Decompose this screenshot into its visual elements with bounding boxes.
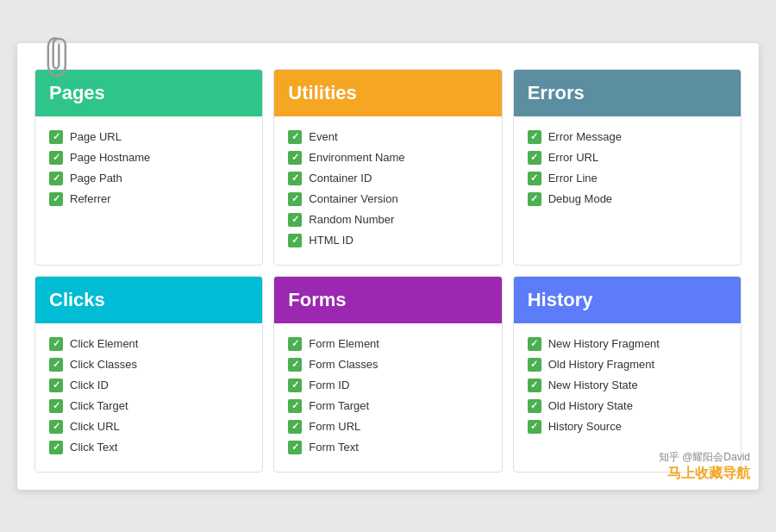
- list-item: Error Message: [528, 127, 727, 147]
- list-item: Page Hostname: [49, 147, 248, 168]
- list-item: Random Number: [288, 210, 487, 230]
- check-icon: [288, 172, 302, 185]
- section-errors: ErrorsError MessageError URLError LineDe…: [513, 69, 742, 266]
- list-item: Error Line: [528, 168, 727, 189]
- check-icon: [49, 441, 63, 454]
- list-item: Form Text: [288, 437, 487, 458]
- list-item: Click ID: [49, 375, 248, 396]
- list-item: Form URL: [288, 416, 487, 437]
- check-icon: [288, 130, 302, 144]
- check-icon: [528, 172, 541, 185]
- check-icon: [288, 337, 302, 351]
- check-icon: [288, 399, 302, 413]
- list-item: Container Version: [288, 189, 487, 210]
- section-body-utilities: EventEnvironment NameContainer IDContain…: [274, 116, 501, 265]
- section-body-clicks: Click ElementClick ClassesClick IDClick …: [35, 323, 262, 472]
- section-header-errors: Errors: [514, 70, 741, 116]
- check-icon: [49, 358, 63, 372]
- check-icon: [49, 379, 63, 392]
- list-item: New History State: [528, 375, 727, 396]
- list-item: Form Target: [288, 396, 487, 416]
- list-item: Click Text: [49, 437, 248, 458]
- check-icon: [49, 420, 63, 434]
- section-header-forms: Forms: [274, 277, 501, 323]
- list-item: Click Element: [49, 334, 248, 354]
- section-header-utilities: Utilities: [274, 70, 501, 116]
- item-label: Page Hostname: [70, 151, 150, 164]
- item-label: Error Message: [548, 130, 622, 143]
- check-icon: [49, 337, 63, 351]
- list-item: New History Fragment: [528, 334, 727, 354]
- list-item: Error URL: [528, 147, 727, 168]
- list-item: Old History State: [528, 396, 727, 416]
- list-item: Event: [288, 127, 487, 147]
- check-icon: [288, 192, 302, 206]
- watermark-top: 知乎 @耀阳会David: [659, 450, 750, 465]
- section-forms: FormsForm ElementForm ClassesForm IDForm…: [273, 276, 502, 473]
- check-icon: [49, 172, 63, 185]
- list-item: Form ID: [288, 375, 487, 396]
- section-history: HistoryNew History FragmentOld History F…: [513, 276, 742, 473]
- list-item: Form Element: [288, 334, 487, 354]
- item-label: Click ID: [70, 379, 109, 391]
- item-label: Random Number: [309, 213, 394, 226]
- section-header-clicks: Clicks: [35, 277, 262, 323]
- item-label: Form ID: [309, 379, 349, 391]
- check-icon: [288, 358, 302, 372]
- list-item: Click Target: [49, 396, 248, 416]
- check-icon: [288, 151, 302, 165]
- item-label: Click Target: [70, 399, 128, 412]
- check-icon: [528, 130, 541, 144]
- item-label: Old History Fragment: [548, 358, 655, 371]
- item-label: Page Path: [70, 172, 122, 185]
- item-label: Page URL: [70, 130, 122, 143]
- check-icon: [528, 399, 541, 413]
- check-icon: [528, 337, 541, 351]
- sections-grid: PagesPage URLPage HostnamePage PathRefer…: [34, 69, 742, 473]
- section-body-pages: Page URLPage HostnamePage PathReferrer: [35, 116, 262, 223]
- check-icon: [49, 399, 63, 413]
- section-clicks: ClicksClick ElementClick ClassesClick ID…: [34, 276, 263, 473]
- item-label: Error URL: [548, 151, 599, 164]
- item-label: Click Classes: [70, 358, 137, 371]
- paperclip-icon: [43, 34, 69, 78]
- list-item: Container ID: [288, 168, 487, 189]
- item-label: Form Element: [309, 337, 379, 350]
- section-body-history: New History FragmentOld History Fragment…: [514, 323, 741, 451]
- item-label: Click Element: [70, 337, 138, 350]
- check-icon: [49, 151, 63, 165]
- item-label: Container ID: [309, 172, 372, 185]
- item-label: New History State: [548, 379, 638, 391]
- section-pages: PagesPage URLPage HostnamePage PathRefer…: [34, 69, 263, 266]
- list-item: Environment Name: [288, 147, 487, 168]
- item-label: Click URL: [70, 420, 120, 433]
- check-icon: [528, 358, 541, 372]
- watermark-bottom: 马上收藏导航: [659, 465, 750, 483]
- main-card: PagesPage URLPage HostnamePage PathRefer…: [17, 43, 759, 490]
- check-icon: [288, 441, 302, 454]
- item-label: Referrer: [70, 192, 111, 205]
- list-item: Page URL: [49, 127, 248, 147]
- item-label: Form URL: [309, 420, 360, 433]
- item-label: Form Target: [309, 399, 369, 412]
- list-item: Old History Fragment: [528, 354, 727, 375]
- check-icon: [288, 234, 302, 247]
- watermark: 知乎 @耀阳会David 马上收藏导航: [659, 450, 750, 483]
- section-header-history: History: [514, 277, 741, 323]
- item-label: Click Text: [70, 441, 117, 454]
- check-icon: [288, 379, 302, 392]
- item-label: Error Line: [548, 172, 598, 185]
- list-item: Debug Mode: [528, 189, 727, 210]
- check-icon: [288, 213, 302, 227]
- check-icon: [49, 192, 63, 206]
- check-icon: [288, 420, 302, 434]
- section-body-errors: Error MessageError URLError LineDebug Mo…: [514, 116, 741, 223]
- item-label: Container Version: [309, 192, 397, 205]
- item-label: Debug Mode: [548, 192, 612, 205]
- section-header-pages: Pages: [35, 70, 262, 116]
- list-item: Page Path: [49, 168, 248, 189]
- check-icon: [49, 130, 63, 144]
- list-item: Referrer: [49, 189, 248, 210]
- item-label: Form Text: [309, 441, 359, 454]
- list-item: Click URL: [49, 416, 248, 437]
